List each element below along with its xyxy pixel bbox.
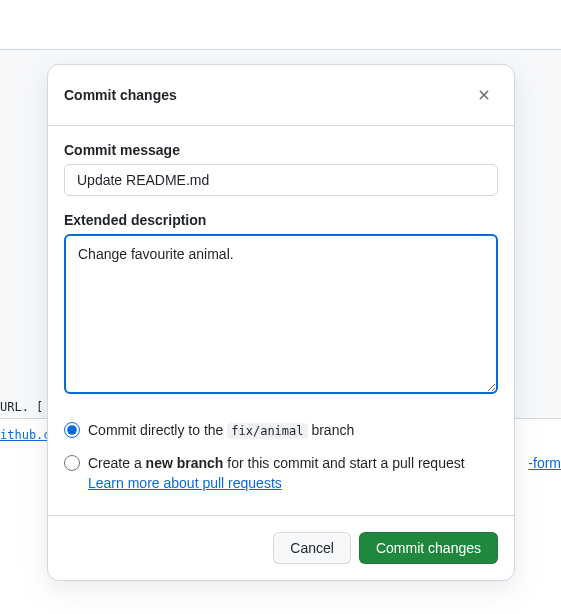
- branch-choice-group: Commit directly to the fix/animal branch…: [64, 414, 498, 499]
- dialog-header: Commit changes: [48, 65, 514, 126]
- learn-more-link[interactable]: Learn more about pull requests: [88, 475, 282, 491]
- commit-direct-label: Commit directly to the fix/animal branch: [88, 420, 498, 441]
- cancel-button[interactable]: Cancel: [273, 532, 351, 564]
- extended-description-label: Extended description: [64, 212, 498, 228]
- dialog-footer: Cancel Commit changes: [48, 515, 514, 580]
- close-button[interactable]: [470, 81, 498, 109]
- dialog-body: Commit message Extended description Chan…: [48, 126, 514, 515]
- commit-message-input[interactable]: [64, 164, 498, 196]
- create-branch-label: Create a new branch for this commit and …: [88, 453, 498, 493]
- dialog-title: Commit changes: [64, 87, 177, 103]
- background-url-label: URL. [: [0, 400, 43, 414]
- commit-direct-radio[interactable]: [64, 422, 80, 438]
- commit-message-label: Commit message: [64, 142, 498, 158]
- create-branch-radio[interactable]: [64, 455, 80, 471]
- background-link-left: ithub.c: [0, 428, 51, 442]
- commit-changes-dialog: Commit changes Commit message Extended d…: [47, 64, 515, 581]
- commit-changes-button[interactable]: Commit changes: [359, 532, 498, 564]
- extended-description-textarea[interactable]: Change favourite animal.: [64, 234, 498, 394]
- close-icon: [476, 87, 492, 103]
- background-link-right: -form: [528, 455, 561, 471]
- branch-name-code: fix/animal: [227, 423, 307, 439]
